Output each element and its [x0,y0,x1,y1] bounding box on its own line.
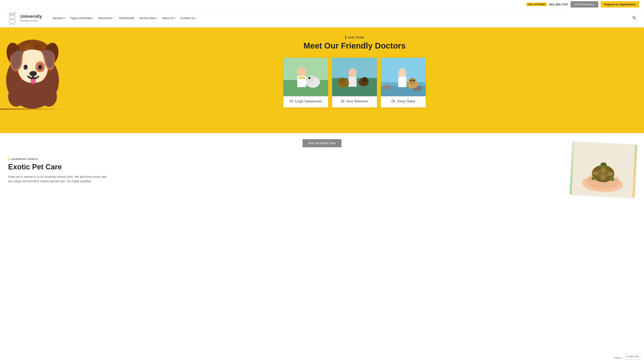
lakewood-label: LAKEWOOD RANCH [8,157,563,161]
svg-rect-30 [20,77,45,80]
pharmacy-button[interactable]: Online Pharmacy [570,1,598,7]
svg-point-19 [12,58,24,70]
nav-about-us[interactable]: About Us ▾ [160,15,178,21]
label-bar [346,35,346,39]
svg-line-6 [13,23,14,25]
doctor-card-1[interactable]: Dr. Leigh Samanowitz [284,58,328,107]
svg-point-28 [5,42,23,66]
appointment-button[interactable]: Request an Appointment [601,1,639,7]
doctor-card-3[interactable]: Dr. Jenny Dakin [381,58,426,107]
svg-line-7 [14,23,15,25]
doctor-cards: Dr. Leigh Samanowitz [284,58,426,107]
svg-point-15 [15,51,26,61]
svg-point-61 [410,80,412,81]
svg-point-46 [348,68,356,78]
meet-team-button[interactable]: Meet the Whole Team [302,139,342,147]
svg-point-23 [25,58,26,60]
svg-line-4 [10,23,10,25]
svg-line-11 [635,18,636,19]
svg-point-60 [409,78,416,84]
svg-point-25 [29,64,36,68]
logo-text: University Animal Clinic [20,14,42,22]
hero-section: OUR TEAM Meet Our Friendly Doctors [0,27,644,133]
exotic-pet-text: LAKEWOOD RANCH Exotic Pet Care Every pet… [8,151,563,184]
exotic-pet-image [570,142,637,198]
svg-point-18 [34,43,41,50]
doctor-image-1 [284,58,328,96]
svg-point-26 [28,67,37,79]
svg-point-14 [10,40,55,80]
lakewood-bar [8,157,9,161]
svg-point-57 [398,68,406,78]
chevron-down-icon: ▾ [156,17,157,19]
search-button[interactable] [630,14,638,22]
chevron-down-icon: ▾ [113,17,114,19]
doctor-card-2[interactable]: Dr. Sara Simonson [332,58,377,107]
hero-title: Meet Our Friendly Doctors [304,41,406,50]
doctor-name-3: Dr. Jenny Dakin [381,96,426,104]
svg-point-41 [307,75,315,83]
nav-service-area[interactable]: Service Area ▾ [137,15,160,21]
exotic-description: Every pet is special to us at University… [8,174,110,184]
svg-point-17 [24,44,32,52]
doctor-name-1: Dr. Leigh Samanowitz [284,96,328,104]
svg-point-42 [308,77,310,79]
search-icon [632,16,636,20]
chevron-down-icon: ▾ [174,17,176,19]
call-today-badge: CALL US TODAY [526,3,547,6]
svg-point-29 [42,42,60,66]
nav-testimonials[interactable]: Testimonials [116,15,137,21]
exotic-title: Exotic Pet Care [8,163,563,171]
bottom-section: LAKEWOOD RANCH Exotic Pet Care Every pet… [0,151,644,204]
svg-point-55 [383,85,391,90]
nav-items: Services ▾ Types of Animals ▾ Resources … [50,15,630,21]
svg-point-9 [16,12,16,12]
chevron-down-icon: ▾ [64,17,65,19]
nav-services[interactable]: Services ▾ [50,15,68,21]
hero-dog-image [0,27,65,109]
svg-point-32 [8,86,24,107]
logo-icon [6,11,18,25]
meet-team-section: Meet the Whole Team [0,133,644,151]
svg-point-8 [15,12,16,13]
svg-point-49 [339,78,346,83]
svg-point-62 [413,80,415,81]
chevron-down-icon: ▾ [92,17,94,19]
nav-resources[interactable]: Resources ▾ [96,15,116,21]
svg-point-21 [24,57,29,63]
svg-rect-47 [348,77,356,87]
nav-types-of-animals[interactable]: Types of Animals ▾ [68,15,96,21]
doctor-image-2 [332,58,377,96]
svg-point-33 [41,86,57,107]
svg-point-24 [37,58,38,60]
logo-link[interactable]: University Animal Clinic [6,11,42,25]
svg-point-16 [40,49,49,58]
svg-rect-58 [398,77,406,87]
dog-illustration [0,27,65,109]
svg-rect-39 [298,77,305,79]
doctor-image-3 [381,58,426,96]
navbar: University Animal Clinic Services ▾ Type… [0,9,644,27]
svg-point-22 [36,57,42,63]
logo-animal-clinic: Animal Clinic [20,19,42,22]
logo-university: University [20,14,42,19]
hero-content: OUR TEAM Meet Our Friendly Doctors [65,27,644,111]
svg-point-51 [362,77,368,82]
svg-point-31 [31,78,34,80]
svg-point-20 [42,58,52,68]
svg-line-5 [11,23,12,25]
top-bar: CALL US TODAY 941-355-7707 Online Pharma… [0,0,644,9]
phone-link[interactable]: 941-355-7707 [549,3,568,6]
svg-point-37 [297,67,306,77]
nav-contact-us[interactable]: Contact Us ▾ [178,15,199,21]
doctor-name-2: Dr. Sara Simonson [332,96,377,104]
our-team-label: OUR TEAM [346,35,364,39]
chevron-down-icon: ▾ [195,17,196,19]
